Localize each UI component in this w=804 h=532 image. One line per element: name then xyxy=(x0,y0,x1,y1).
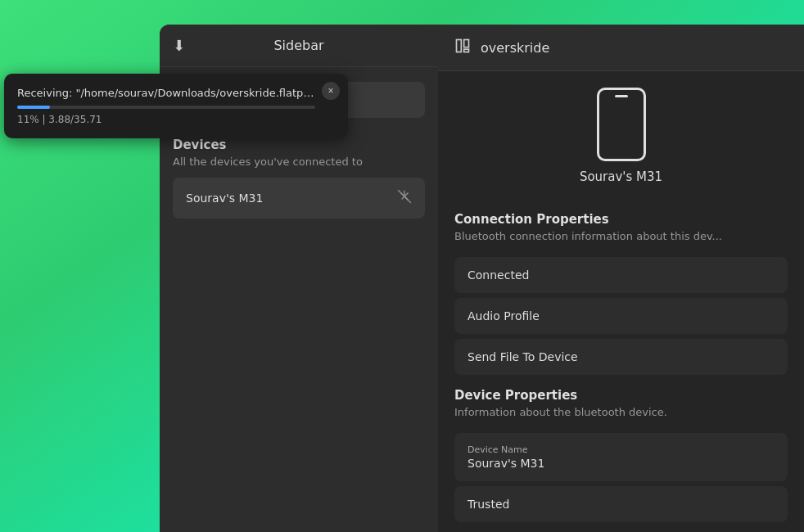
svg-rect-2 xyxy=(464,40,469,47)
device-properties-section: Device Properties Information about the … xyxy=(454,388,788,428)
device-name-property: Device Name Sourav's M31 xyxy=(454,433,788,481)
download-icon: ⬇ xyxy=(173,37,185,54)
right-header-title: overskride xyxy=(481,40,549,56)
send-file-button[interactable]: Send File To Device xyxy=(454,339,788,375)
sidebar-header: ⬇ Sidebar xyxy=(160,25,438,67)
download-stats: 11% | 3.88/35.71 xyxy=(17,114,315,125)
phone-icon xyxy=(597,88,646,161)
device-graphic: Sourav's M31 xyxy=(580,88,662,184)
device-list-item[interactable]: Sourav's M31 xyxy=(173,178,425,219)
audio-profile-property: Audio Profile xyxy=(454,298,788,334)
devices-title: Devices xyxy=(173,138,425,152)
right-content: Sourav's M31 Connection Properties Bluet… xyxy=(438,71,804,532)
download-close-button[interactable]: × xyxy=(322,82,340,100)
device-graphic-name: Sourav's M31 xyxy=(580,169,662,184)
device-item-name: Sourav's M31 xyxy=(186,192,263,205)
right-header: overskride xyxy=(438,25,804,71)
connection-properties-section: Connection Properties Bluetooth connecti… xyxy=(454,212,788,252)
devices-section: Devices All the devices you've connected… xyxy=(160,124,438,230)
device-name-value: Sourav's M31 xyxy=(467,457,775,470)
svg-rect-1 xyxy=(457,40,462,52)
device-name-label: Device Name xyxy=(467,444,775,455)
connection-properties-title: Connection Properties xyxy=(454,212,788,227)
bluetooth-off-icon xyxy=(397,189,412,207)
device-properties-title: Device Properties xyxy=(454,388,788,403)
download-popup-text: Receiving: "/home/sourav/Downloads/overs… xyxy=(17,87,315,99)
device-properties-subtitle: Information about the bluetooth device. xyxy=(454,406,788,418)
connected-property: Connected xyxy=(454,257,788,293)
svg-rect-3 xyxy=(464,49,469,52)
sidebar-title: Sidebar xyxy=(273,38,323,53)
connection-properties-subtitle: Bluetooth connection information about t… xyxy=(454,230,788,242)
right-panel: overskride Sourav's M31 Connection Prope… xyxy=(438,25,804,532)
download-progress-fill xyxy=(17,106,50,109)
trusted-property: Trusted xyxy=(454,486,788,522)
download-popup: Receiving: "/home/sourav/Downloads/overs… xyxy=(4,74,348,138)
devices-subtitle: All the devices you've connected to xyxy=(173,156,425,168)
layout-icon xyxy=(454,38,471,57)
download-progress-bar xyxy=(17,106,315,109)
